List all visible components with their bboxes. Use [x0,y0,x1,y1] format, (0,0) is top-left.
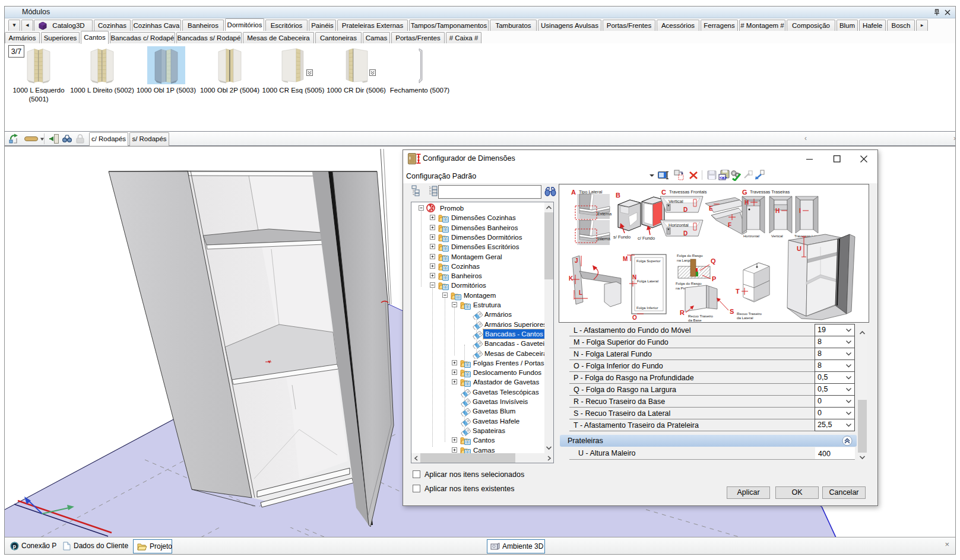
svg-text:Travessas Traseiras: Travessas Traseiras [750,189,790,195]
svg-text:c/ Fundo: c/ Fundo [638,236,655,241]
svg-text:S: S [730,308,734,315]
svg-text:Folga Lateral: Folga Lateral [637,279,658,283]
svg-text:H: H [744,199,749,206]
svg-text:Q: Q [711,257,716,265]
svg-text:U: U [797,245,801,252]
svg-text:s/ Fundo: s/ Fundo [613,234,631,240]
svg-text:O: O [632,314,637,321]
svg-text:D: D [683,230,687,237]
svg-text:Recuo Traseiro: Recuo Traseiro [688,314,714,318]
svg-text:Tipo Lateral: Tipo Lateral [579,189,603,195]
svg-text:da Base: da Base [688,318,702,322]
svg-text:P: P [712,275,716,282]
svg-text:H: H [775,208,780,214]
svg-text:D: D [683,206,687,213]
svg-text:Recuo Traseiro: Recuo Traseiro [737,311,762,316]
svg-text:Travessas Frontais: Travessas Frontais [669,189,707,195]
svg-text:R: R [680,309,685,316]
svg-text:Horizontal: Horizontal [668,222,689,228]
svg-text:p: p [13,543,17,549]
svg-text:A: A [571,189,576,196]
svg-text:Interna: Interna [597,237,610,241]
svg-text:E: E [709,205,713,212]
svg-text:C: C [661,189,666,196]
svg-text:<a>: <a> [720,176,727,180]
svg-text:T: T [736,288,740,295]
svg-text:Vertical: Vertical [668,199,683,204]
svg-text:M: M [623,256,628,262]
svg-text:F: F [728,222,731,228]
svg-text:Externa: Externa [597,212,612,216]
svg-text:B: B [616,192,620,199]
svg-text:L: L [579,289,582,296]
svg-text:Folga do Rasgo: Folga do Rasgo [676,281,702,285]
svg-text:I: I [799,208,801,214]
svg-text:Folga Inferior: Folga Inferior [636,306,658,310]
svg-text:Vertical: Vertical [771,234,783,238]
svg-text:Horizontal: Horizontal [743,234,759,238]
svg-text:da Lateral: da Lateral [737,316,753,320]
svg-text:N: N [632,274,636,281]
svg-text:Folga Superior: Folga Superior [636,259,661,263]
svg-text:J: J [575,257,578,264]
svg-text:G: G [742,189,747,196]
svg-text:K: K [569,275,574,282]
svg-text:Folga do Rasgo: Folga do Rasgo [677,253,703,257]
